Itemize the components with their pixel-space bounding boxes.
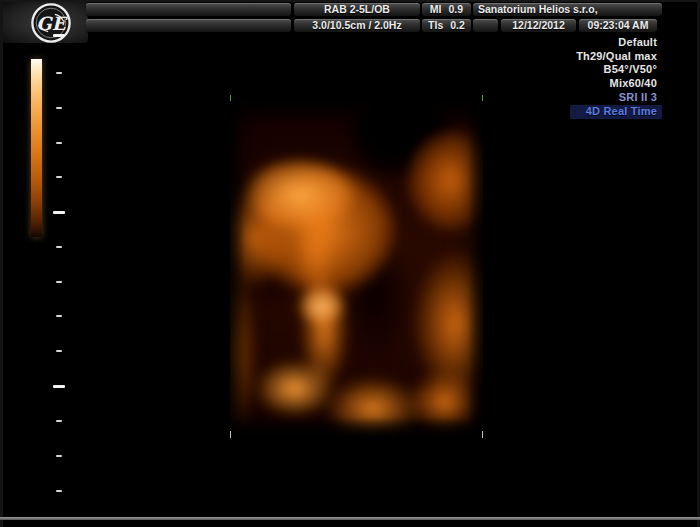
- depth-tick-major: [53, 34, 65, 37]
- depth-tick-major: [53, 211, 65, 214]
- depth-tick: [56, 315, 62, 317]
- tis-value: 0.2: [450, 19, 465, 32]
- exam-time-label: 09:23:04 AM: [588, 19, 649, 32]
- setting-mix: Mix60/40: [447, 77, 657, 91]
- mi-value: 0.9: [449, 3, 464, 16]
- exam-time: 09:23:04 AM: [579, 19, 657, 32]
- depth-tick: [56, 455, 62, 457]
- exam-date-label: 12/12/2012: [512, 19, 565, 32]
- ge-logo-icon: GE: [30, 2, 72, 44]
- ultrasound-image: [230, 95, 483, 438]
- svg-text:GE: GE: [36, 13, 68, 34]
- roi-corner-bottom-right-icon: [474, 431, 483, 438]
- scan-parameters: 3.0/10.5cm / 2.0Hz: [294, 19, 420, 32]
- roi-corner-top-right-icon: [474, 95, 483, 101]
- status-slot-blank-2: [86, 19, 291, 32]
- depth-tick: [56, 420, 62, 422]
- facility-name: Sanatorium Helios s.r.o,: [473, 3, 662, 16]
- setting-threshold-quality: Th29/Qual max: [447, 50, 657, 64]
- depth-tick: [56, 490, 62, 492]
- roi-corner-bottom-left-icon: [230, 431, 239, 438]
- depth-tick: [56, 281, 62, 283]
- setting-angles: B54°/V50°: [447, 63, 657, 77]
- facility-name-label: Sanatorium Helios s.r.o,: [478, 3, 598, 16]
- scan-parameters-label: 3.0/10.5cm / 2.0Hz: [312, 19, 401, 32]
- depth-tick: [56, 107, 62, 109]
- mi-readout: MI 0.9: [422, 3, 471, 16]
- mode-4d-realtime-label: 4D Real Time: [570, 105, 662, 120]
- bezel-bottom: [0, 517, 700, 520]
- depth-tick: [56, 246, 62, 248]
- depth-tick: [56, 350, 62, 352]
- probe-name: RAB 2-5L/OB: [294, 3, 420, 16]
- fetus-3d-render: [230, 95, 483, 438]
- colormap-bar: [31, 59, 42, 237]
- setting-preset: Default: [447, 36, 657, 50]
- roi-corner-top-left-icon: [230, 95, 239, 101]
- exam-date: 12/12/2012: [501, 19, 576, 32]
- status-slot-blank-1: [86, 3, 291, 16]
- tis-label: TIs: [428, 19, 443, 32]
- ultrasound-screen: GE RAB 2-5L/OB MI 0.9 Sanatorium Helios …: [0, 0, 700, 527]
- bezel-left: [0, 0, 3, 527]
- status-slot-blank-3: [473, 19, 498, 32]
- depth-tick-major: [53, 385, 65, 388]
- depth-tick: [56, 176, 62, 178]
- depth-tick: [56, 72, 62, 74]
- mi-label: MI: [430, 3, 442, 16]
- depth-tick: [56, 142, 62, 144]
- bezel-top: [0, 0, 700, 2]
- tis-readout: TIs 0.2: [422, 19, 471, 32]
- probe-name-label: RAB 2-5L/OB: [324, 3, 390, 16]
